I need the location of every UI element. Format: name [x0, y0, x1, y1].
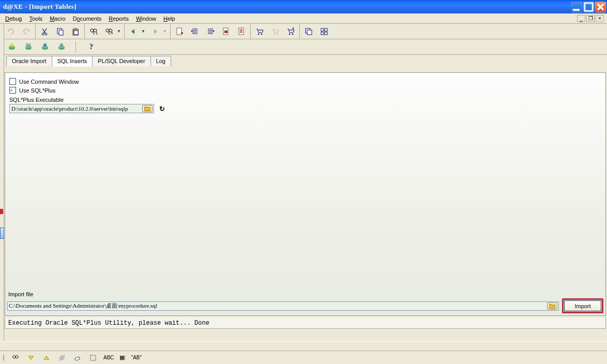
redo-button[interactable] — [21, 26, 32, 37]
menu-documents[interactable]: Documents — [70, 14, 105, 23]
windows-button[interactable] — [303, 26, 314, 37]
menu-debug[interactable]: Debug — [2, 14, 25, 23]
menu-tools[interactable]: Tools — [26, 14, 45, 23]
hatch-icon[interactable] — [57, 353, 67, 363]
cart-disabled-button[interactable] — [269, 26, 281, 37]
main-toolbar: ▼ ▼ ▼ — [0, 24, 607, 39]
svg-point-10 — [94, 29, 97, 32]
abc-label[interactable]: ABC — [103, 355, 114, 360]
grip-handle[interactable] — [3, 355, 5, 360]
find-button[interactable] — [88, 26, 99, 37]
titlebar: d@XE - [Import Tables] — [0, 0, 607, 13]
splitter-handle[interactable] — [0, 228, 4, 239]
indent-right-button[interactable] — [205, 26, 216, 37]
window-controls — [571, 2, 606, 12]
svg-rect-27 — [321, 32, 324, 35]
find-small-icon[interactable] — [10, 353, 21, 363]
new-doc-button[interactable] — [174, 26, 185, 37]
replace-dropdown[interactable]: ▼ — [117, 29, 121, 34]
svg-rect-5 — [59, 30, 63, 35]
svg-rect-44 — [90, 355, 96, 360]
sqlplus-path-input[interactable] — [11, 105, 142, 112]
svg-rect-7 — [74, 28, 77, 29]
eraser-icon[interactable] — [72, 353, 83, 363]
tab-plsql-developer[interactable]: PL/SQL Developer — [92, 56, 150, 66]
tab-sql-inserts[interactable]: SQL Inserts — [52, 56, 93, 67]
ab-label[interactable]: "AB" — [131, 355, 142, 360]
up-triangle-icon[interactable] — [41, 353, 52, 363]
tabs: Oracle Import SQL Inserts PL/SQL Develop… — [0, 55, 607, 66]
import-file-input[interactable] — [9, 303, 547, 309]
menu-reports[interactable]: Reports — [105, 14, 132, 23]
replace-button[interactable] — [103, 26, 115, 37]
svg-point-40 — [60, 43, 63, 47]
svg-rect-24 — [307, 30, 312, 35]
mdi-minimize[interactable]: ‗ — [577, 15, 585, 22]
menu-help[interactable]: Help — [160, 14, 178, 23]
separator — [75, 41, 76, 53]
svg-point-9 — [90, 29, 94, 32]
sqlplus-path-input-wrap — [9, 104, 154, 113]
doc-lines-button[interactable] — [236, 26, 247, 37]
cart-add-button[interactable] — [285, 26, 296, 37]
tab-log[interactable]: Log — [150, 56, 171, 66]
status-bar: Executing Oracle SQL*Plus Utility, pleas… — [5, 317, 606, 329]
use-sqlplus-label: Use SQL*Plus — [19, 87, 55, 94]
svg-rect-15 — [224, 31, 227, 33]
svg-point-20 — [276, 33, 278, 35]
sqlplus-browse-button[interactable] — [142, 105, 153, 112]
refresh-icon[interactable]: ↻ — [159, 105, 165, 113]
menu-window[interactable]: Window — [133, 14, 159, 23]
help-icon[interactable]: ? — [89, 43, 93, 51]
svg-point-22 — [292, 33, 293, 35]
grid-button[interactable] — [318, 26, 330, 37]
svg-point-42 — [16, 355, 18, 358]
forward-dropdown[interactable]: ▼ — [163, 29, 167, 34]
mdi-close[interactable]: × — [596, 15, 604, 22]
svg-point-19 — [273, 33, 275, 35]
svg-point-2 — [42, 33, 44, 35]
db-gear-icon[interactable] — [56, 41, 67, 53]
status-text: Executing Oracle SQL*Plus Utility, pleas… — [8, 320, 209, 327]
back-button[interactable] — [128, 26, 139, 37]
indent-left-button[interactable] — [189, 26, 201, 37]
tab-oracle-import[interactable]: Oracle Import — [6, 56, 52, 66]
menubar: Debug Tools Macro Documents Reports Wind… — [0, 13, 607, 24]
forward-button[interactable] — [149, 26, 161, 37]
cut-button[interactable] — [39, 26, 50, 37]
boxed-label[interactable]: ▦: — [119, 354, 126, 361]
paste-button[interactable] — [70, 26, 81, 37]
use-sqlplus-row: Use SQL*Plus — [9, 87, 601, 94]
use-command-window-label: Use Command Window — [19, 79, 79, 85]
use-command-window-row: Use Command Window — [9, 78, 601, 85]
undo-button[interactable] — [5, 26, 17, 37]
db-yellow-icon[interactable] — [6, 41, 18, 53]
down-triangle-icon[interactable] — [26, 353, 36, 363]
svg-point-37 — [43, 43, 47, 47]
svg-point-41 — [13, 355, 16, 358]
box-icon[interactable] — [88, 353, 98, 363]
db-blue-icon[interactable] — [39, 41, 51, 53]
doc-red-button[interactable] — [220, 26, 232, 37]
use-command-window-checkbox[interactable] — [9, 78, 16, 85]
cart-button[interactable] — [254, 26, 265, 37]
mdi-restore[interactable]: ❐ — [586, 15, 595, 22]
db-sql-icon[interactable]: SQL — [23, 41, 34, 53]
menu-macro[interactable]: Macro — [47, 14, 69, 23]
mdi-controls: ‗ ❐ × — [577, 15, 605, 22]
minimize-button[interactable] — [571, 2, 582, 12]
close-button[interactable] — [595, 2, 606, 12]
back-dropdown[interactable]: ▼ — [141, 29, 145, 34]
import-file-label: Import file — [6, 290, 604, 298]
copy-button[interactable] — [54, 26, 66, 37]
svg-point-3 — [45, 33, 47, 35]
use-sqlplus-checkbox[interactable] — [9, 87, 16, 94]
maximize-button[interactable] — [583, 2, 594, 12]
import-file-input-wrap — [7, 301, 559, 311]
window-title: d@XE - [Import Tables] — [3, 3, 571, 11]
left-edge — [0, 24, 4, 351]
svg-text:SQL: SQL — [26, 43, 31, 46]
svg-rect-28 — [325, 32, 327, 35]
import-button[interactable]: Import — [564, 300, 601, 311]
import-file-browse-button[interactable] — [547, 302, 557, 310]
